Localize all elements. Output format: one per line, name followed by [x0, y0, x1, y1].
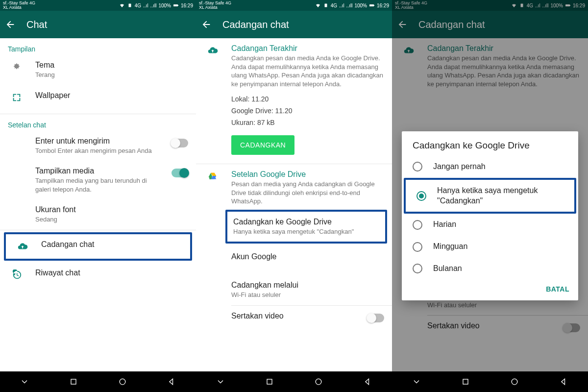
- android-navbar: [0, 371, 196, 392]
- item-chat-backup[interactable]: Cadangan chat: [4, 232, 192, 261]
- option-never[interactable]: Jangan pernah: [402, 156, 578, 178]
- nav-recent-icon[interactable]: [69, 377, 78, 387]
- page-title: Cadangan chat: [418, 19, 485, 30]
- gdrive-settings-header: Setelan Google Drive: [231, 170, 384, 179]
- last-backup-header: Cadangan Terakhir: [231, 44, 384, 53]
- status-bar: sf.-Stay Safe 4GXL Axiata 4G..ıl..ıll 10…: [392, 0, 588, 11]
- google-drive-icon: [204, 170, 221, 182]
- switch-include-video[interactable]: [368, 314, 384, 322]
- status-bar: sf.-Stay Safe 4GXL Axiata 4G..ıl..ıll 10…: [196, 0, 392, 11]
- history-icon: [8, 269, 25, 280]
- option-monthly[interactable]: Bulanan: [402, 258, 578, 280]
- item-chat-history[interactable]: Riwayat chat: [0, 263, 196, 291]
- dialog-title: Cadangkan ke Google Drive: [402, 140, 578, 156]
- cloud-upload-icon: [204, 44, 221, 56]
- svg-point-9: [316, 379, 321, 385]
- svg-point-14: [512, 379, 517, 385]
- radio-icon: [416, 191, 426, 201]
- item-include-video[interactable]: Sertakan video: [196, 306, 392, 334]
- theme-icon: [8, 61, 25, 73]
- vibrate-icon: [323, 2, 329, 8]
- local-backup-time: Lokal: 11.20: [231, 93, 384, 105]
- radio-icon: [413, 220, 422, 230]
- vibrate-icon: [519, 2, 525, 8]
- switch-show-media[interactable]: [172, 169, 188, 177]
- nav-down-icon[interactable]: [20, 377, 29, 387]
- nav-down-icon[interactable]: [412, 377, 421, 387]
- gdrive-backup-time: Google Drive: 11.20: [231, 105, 384, 117]
- back-icon[interactable]: [201, 19, 212, 30]
- svg-rect-13: [463, 379, 468, 384]
- android-navbar: [392, 371, 588, 392]
- page-title: Cadangan chat: [222, 19, 289, 30]
- wallpaper-icon: [8, 91, 25, 103]
- wifi-icon: [315, 2, 321, 8]
- wifi-icon: [119, 2, 125, 8]
- switch-enter-send[interactable]: [172, 139, 188, 147]
- screen-backup-settings: sf.-Stay Safe 4GXL Axiata 4G..ıl..ıll 10…: [196, 0, 392, 392]
- android-navbar: [196, 371, 392, 392]
- svg-rect-8: [267, 379, 272, 384]
- app-bar: Cadangan chat: [392, 11, 588, 38]
- nav-home-icon[interactable]: [118, 377, 127, 387]
- nav-recent-icon[interactable]: [265, 377, 274, 387]
- screen-chat-settings: sf.-Stay Safe 4GXL Axiata 4G ..ıl..ıll 1…: [0, 0, 196, 392]
- section-chat-settings: Setelan chat: [0, 114, 196, 131]
- page-title: Chat: [26, 19, 47, 30]
- nav-back-icon[interactable]: [167, 377, 176, 387]
- item-backup-to-gdrive[interactable]: Cadangkan ke Google DriveHanya ketika sa…: [227, 212, 385, 242]
- option-only-tap[interactable]: Hanya ketika saya mengetuk "Cadangkan": [404, 178, 576, 214]
- radio-icon: [413, 162, 422, 172]
- section-display: Tampilan: [0, 38, 196, 55]
- item-enter-send[interactable]: Enter untuk mengirimTombol Enter akan me…: [0, 131, 196, 161]
- item-show-media[interactable]: Tampilkan mediaTampilkan media yang baru…: [0, 161, 196, 199]
- nav-recent-icon[interactable]: [461, 377, 470, 387]
- status-bar: sf.-Stay Safe 4GXL Axiata 4G ..ıl..ıll 1…: [0, 0, 196, 11]
- gdrive-settings-desc: Pesan dan media yang Anda cadangkan di G…: [231, 180, 384, 206]
- backup-frequency-dialog: Cadangkan ke Google Drive Jangan pernah …: [402, 131, 578, 300]
- nav-down-icon[interactable]: [216, 377, 225, 387]
- svg-rect-0: [128, 4, 131, 7]
- svg-rect-1: [173, 4, 178, 6]
- battery-icon: [565, 2, 571, 8]
- item-font-size[interactable]: Ukuran fontSedang: [0, 199, 196, 230]
- item-wallpaper[interactable]: Wallpaper: [0, 85, 196, 114]
- radio-icon: [413, 264, 422, 273]
- svg-rect-10: [520, 4, 523, 7]
- nav-back-icon[interactable]: [363, 377, 372, 387]
- nav-back-icon[interactable]: [559, 377, 568, 387]
- cloud-upload-icon: [14, 240, 31, 252]
- wifi-icon: [511, 2, 517, 8]
- svg-rect-6: [369, 4, 374, 6]
- back-icon[interactable]: [397, 19, 408, 30]
- option-daily[interactable]: Harian: [402, 214, 578, 236]
- item-google-account[interactable]: Akun Google: [196, 246, 392, 275]
- radio-icon: [413, 242, 422, 252]
- app-bar: Cadangan chat: [196, 11, 392, 38]
- backup-size: Ukuran: 87 kB: [231, 117, 384, 128]
- screen-backup-dialog: sf.-Stay Safe 4GXL Axiata 4G..ıl..ıll 10…: [392, 0, 588, 392]
- svg-rect-11: [565, 4, 570, 6]
- nav-home-icon[interactable]: [510, 377, 519, 387]
- backup-now-button[interactable]: CADANGKAN: [231, 135, 294, 155]
- svg-rect-5: [324, 4, 327, 7]
- battery-icon: [369, 2, 375, 8]
- back-icon[interactable]: [5, 19, 16, 30]
- svg-point-4: [120, 379, 125, 385]
- item-backup-via[interactable]: Cadangkan melaluiWi-Fi atau seluler: [196, 275, 392, 305]
- svg-rect-2: [178, 5, 178, 6]
- svg-rect-12: [570, 5, 570, 6]
- svg-rect-3: [71, 379, 76, 384]
- app-bar: Chat: [0, 11, 196, 38]
- option-weekly[interactable]: Mingguan: [402, 236, 578, 258]
- cancel-button[interactable]: BATAL: [546, 285, 569, 293]
- vibrate-icon: [127, 2, 133, 8]
- item-theme[interactable]: TemaTerang: [0, 55, 196, 85]
- last-backup-desc: Cadangkan pesan dan media Anda ke Google…: [231, 54, 384, 88]
- nav-home-icon[interactable]: [314, 377, 323, 387]
- battery-icon: [173, 2, 179, 8]
- svg-rect-7: [374, 5, 374, 6]
